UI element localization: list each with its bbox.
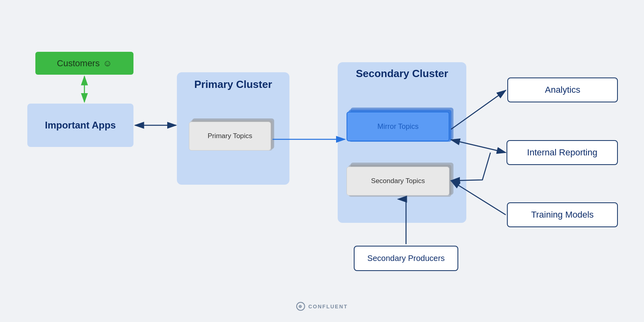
customers-label: Customers: [57, 58, 100, 69]
important-apps-label: Important Apps: [45, 120, 116, 131]
mirror-card-front: Mirror Topics: [347, 112, 449, 141]
confluent-icon: ⊕: [296, 302, 305, 311]
analytics-label: Analytics: [545, 85, 580, 95]
analytics-box: Analytics: [507, 77, 618, 102]
primary-topics-stack: Primary Topics: [189, 118, 277, 154]
training-models-box: Training Models: [507, 202, 618, 227]
internal-reporting-label: Internal Reporting: [527, 147, 597, 158]
secondary-producers-label: Secondary Producers: [367, 254, 445, 263]
secondary-cluster-title: Secondary Cluster: [338, 67, 466, 80]
secondary-topics-stack: Secondary Topics: [347, 163, 457, 203]
mirror-topics-label: Mirror Topics: [377, 122, 419, 131]
primary-topics-label: Primary Topics: [207, 132, 252, 140]
sec-topic-front: Secondary Topics: [347, 167, 449, 196]
customers-box: Customers ☺: [35, 52, 133, 75]
confluent-logo: ⊕ CONFLUENT: [296, 302, 348, 311]
confluent-label: CONFLUENT: [308, 304, 348, 310]
customers-smile-icon: ☺: [103, 58, 112, 69]
diagram-container: Customers ☺ Important Apps Primary Clust…: [0, 0, 644, 322]
training-models-label: Training Models: [531, 210, 594, 220]
important-apps-box: Important Apps: [27, 104, 133, 147]
secondary-topics-label: Secondary Topics: [371, 177, 425, 185]
internal-reporting-box: Internal Reporting: [507, 140, 618, 165]
primary-cluster-title: Primary Cluster: [177, 78, 289, 91]
mirror-topics-stack: Mirror Topics: [347, 108, 457, 148]
secondary-producers-box: Secondary Producers: [354, 246, 458, 271]
primary-topic-card-front: Primary Topics: [189, 122, 271, 151]
